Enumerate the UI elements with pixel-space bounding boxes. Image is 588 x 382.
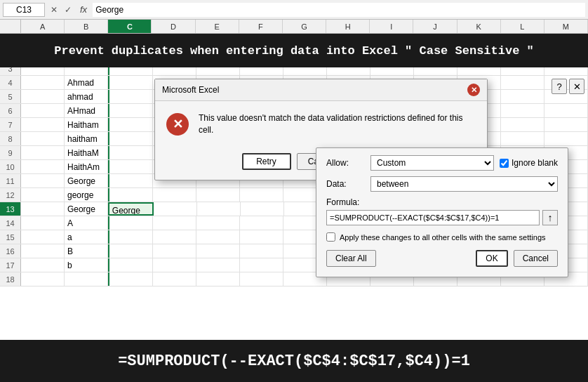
apply-changes-label: Apply these changes to all other cells w… <box>340 233 546 242</box>
ok-button[interactable]: OK <box>476 250 507 267</box>
apply-changes-row: Apply these changes to all other cells w… <box>326 232 558 242</box>
dialog-message-text: This value doesn't match the data valida… <box>199 112 476 136</box>
ignore-blank-label: Ignore blank <box>512 158 558 168</box>
clear-all-button[interactable]: Clear All <box>326 250 376 267</box>
panel-buttons: Clear All OK Cancel <box>326 250 558 267</box>
ignore-blank-row: Ignore blank <box>500 158 558 168</box>
data-label: Data: <box>326 179 365 189</box>
ignore-blank-checkbox[interactable] <box>500 159 509 168</box>
retry-button[interactable]: Retry <box>242 153 291 170</box>
validation-panel: Allow: Custom Ignore blank Data: between… <box>316 147 568 277</box>
dialog-overlay: Microsoft Excel ✕ ✕ This value doesn't m… <box>0 0 588 382</box>
data-select[interactable]: between <box>370 176 558 192</box>
dialog-close-button[interactable]: ✕ <box>467 84 480 96</box>
close-x-button[interactable]: ✕ <box>569 79 584 94</box>
formula-field-row: ↑ <box>326 210 558 225</box>
dialog-title: Microsoft Excel <box>162 85 219 95</box>
data-row: Data: between <box>326 176 558 192</box>
allow-row: Allow: Custom Ignore blank <box>326 155 558 171</box>
dialog-titlebar: Microsoft Excel ✕ <box>155 79 487 101</box>
apply-changes-checkbox[interactable] <box>326 232 335 242</box>
formula-label: Formula: <box>326 197 558 207</box>
help-button[interactable]: ? <box>552 79 567 94</box>
formula-field[interactable] <box>326 210 540 225</box>
panel-cancel-button[interactable]: Cancel <box>514 250 558 267</box>
error-icon: ✕ <box>166 113 189 136</box>
allow-label: Allow: <box>326 158 365 168</box>
allow-select[interactable]: Custom <box>370 155 494 171</box>
dialog-body: ✕ This value doesn't match the data vali… <box>155 101 487 147</box>
formula-expand-button[interactable]: ↑ <box>542 210 558 225</box>
